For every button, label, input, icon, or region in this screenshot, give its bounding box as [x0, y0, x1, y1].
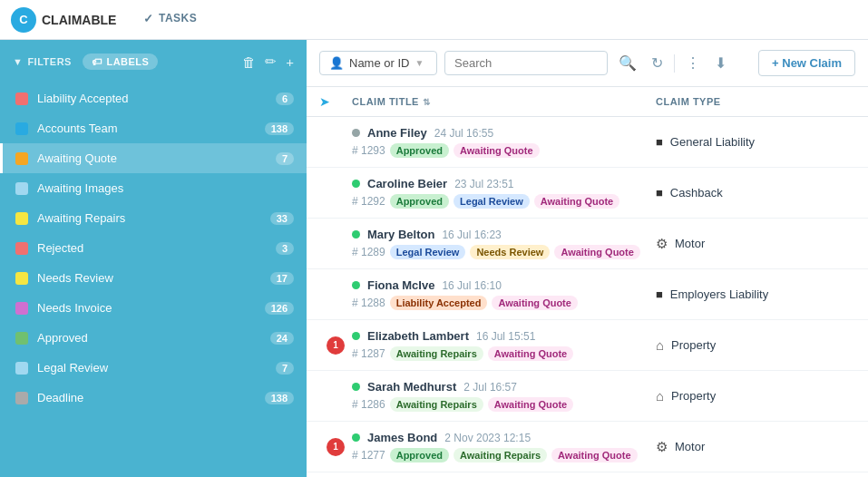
- tag-awaiting-repairs: Awaiting Repairs: [390, 346, 483, 361]
- claim-tags: # 1292 ApprovedLegal ReviewAwaiting Quot…: [352, 194, 656, 209]
- sidebar-item-accounts-team[interactable]: Accounts Team 138: [0, 113, 307, 143]
- claim-tags: # 1287 Awaiting RepairsAwaiting Quote: [352, 346, 656, 361]
- label-name-approved: Approved: [37, 331, 261, 345]
- claim-type: ⚙ Motor: [656, 439, 855, 455]
- label-dot-awaiting-quote: [15, 152, 28, 165]
- claim-id: # 1289: [352, 246, 385, 258]
- toolbar: 👤 Name or ID ▼ 🔍 ↻ ⋮ ⬇ + New Claim: [307, 40, 868, 87]
- download-icon[interactable]: ⬇: [711, 51, 730, 75]
- tag-awaiting-quote: Awaiting Quote: [492, 296, 577, 310]
- table-row[interactable]: Sarah Medhurst 2 Jul 16:57 # 1286 Awaiti…: [307, 371, 868, 422]
- add-label-button[interactable]: +: [286, 54, 294, 70]
- claim-type-column-header[interactable]: CLAIM TYPE: [656, 96, 855, 107]
- edit-label-button[interactable]: ✏: [265, 54, 277, 70]
- delete-label-button[interactable]: 🗑: [242, 54, 256, 70]
- label-name-liability-accepted: Liability Accepted: [37, 92, 267, 105]
- type-icon: ⚙: [656, 236, 668, 252]
- label-dot-awaiting-images: [15, 182, 28, 195]
- sidebar-item-awaiting-repairs[interactable]: Awaiting Repairs 33: [0, 203, 307, 233]
- label-name-awaiting-repairs: Awaiting Repairs: [37, 211, 261, 225]
- labels-button[interactable]: 🏷 LABELS: [83, 54, 159, 70]
- more-options-icon[interactable]: ⋮: [682, 51, 704, 75]
- type-icon: ■: [656, 287, 663, 301]
- claim-tags: # 1293 ApprovedAwaiting Quote: [352, 143, 656, 158]
- labels-list: Liability Accepted 6 Accounts Team 138 A…: [0, 83, 307, 477]
- claim-pin: 1: [319, 438, 352, 456]
- claim-id: # 1277: [352, 449, 385, 462]
- sidebar-header: ▼ FILTERS 🏷 LABELS 🗑 ✏ +: [0, 40, 307, 83]
- claim-id: # 1286: [352, 398, 385, 411]
- claim-id: # 1293: [352, 144, 385, 157]
- type-icon: ⌂: [656, 337, 664, 353]
- claim-info: Fiona McIve 16 Jul 16:10 # 1288 Liabilit…: [352, 278, 656, 310]
- claim-info: Elizabeth Lambert 16 Jul 15:51 # 1287 Aw…: [352, 329, 656, 361]
- label-name-needs-invoice: Needs Invoice: [37, 301, 256, 315]
- sidebar-item-awaiting-quote[interactable]: Awaiting Quote 7: [0, 143, 307, 173]
- claim-name: Anne Filey: [367, 126, 427, 140]
- sidebar-item-rejected[interactable]: Rejected 3: [0, 233, 307, 263]
- filters-button[interactable]: ▼ FILTERS: [13, 56, 72, 67]
- status-dot: [352, 433, 360, 442]
- search-input[interactable]: [444, 51, 608, 75]
- sidebar-item-legal-review[interactable]: Legal Review 7: [0, 353, 307, 383]
- label-count-awaiting-quote: 7: [276, 152, 294, 165]
- table-row[interactable]: Caroline Beier 23 Jul 23:51 # 1292 Appro…: [307, 168, 868, 219]
- refresh-icon[interactable]: ↻: [648, 51, 667, 75]
- tag-awaiting-quote: Awaiting Quote: [454, 143, 539, 158]
- label-count-accounts-team: 138: [265, 122, 294, 135]
- tag-approved: Approved: [390, 448, 449, 462]
- claim-type: ⚙ Motor: [656, 236, 855, 252]
- claim-title-row: Caroline Beier 23 Jul 23:51: [352, 177, 656, 190]
- search-dropdown-label: Name or ID: [349, 56, 409, 70]
- sidebar-item-liability-accepted[interactable]: Liability Accepted 6: [0, 83, 307, 113]
- claim-type: ■ Employers Liability: [656, 287, 855, 301]
- brand-name: CLAIMABLE: [42, 13, 116, 27]
- label-name-rejected: Rejected: [37, 241, 267, 255]
- table-header: ➤ CLAIM TITLE ⇅ CLAIM TYPE: [307, 87, 868, 117]
- search-icon[interactable]: 🔍: [615, 51, 640, 75]
- claim-info: Anne Filey 24 Jul 16:55 # 1293 ApprovedA…: [352, 126, 656, 158]
- tag-awaiting-quote: Awaiting Quote: [488, 346, 573, 361]
- table-row[interactable]: 1 James Bond 2 Nov 2023 12:15 # 1277 App…: [307, 422, 868, 472]
- label-name-awaiting-quote: Awaiting Quote: [37, 151, 267, 165]
- label-count-deadline: 138: [265, 392, 294, 404]
- sidebar-item-needs-review[interactable]: Needs Review 17: [0, 263, 307, 293]
- sidebar-item-needs-invoice[interactable]: Needs Invoice 126: [0, 293, 307, 323]
- claim-date: 23 Jul 23:51: [454, 178, 513, 190]
- claim-type-label: CLAIM TYPE: [656, 96, 721, 107]
- label-count-legal-review: 7: [276, 362, 294, 375]
- table-row[interactable]: Mary Belton 16 Jul 16:23 # 1289 Legal Re…: [307, 219, 868, 269]
- claim-pin: 1: [319, 336, 352, 355]
- claim-id: # 1288: [352, 297, 385, 309]
- top-nav: C CLAIMABLE ⚡CLAIMS✉MESSAGES✓TASKS▦CONTA…: [0, 0, 868, 40]
- label-count-liability-accepted: 6: [276, 92, 294, 105]
- claim-name: Fiona McIve: [367, 278, 434, 292]
- label-dot-accounts-team: [15, 122, 28, 135]
- table-row[interactable]: Anne Filey 24 Jul 16:55 # 1293 ApprovedA…: [307, 117, 868, 168]
- claim-title-row: Sarah Medhurst 2 Jul 16:57: [352, 380, 656, 394]
- pin-badge: 1: [327, 438, 345, 456]
- nav-item-tasks[interactable]: ✓TASKS: [131, 0, 241, 40]
- sidebar-item-deadline[interactable]: Deadline 138: [0, 383, 307, 413]
- tag-approved: Approved: [390, 143, 449, 158]
- status-dot: [352, 230, 360, 238]
- label-name-accounts-team: Accounts Team: [37, 122, 256, 135]
- tag-awaiting-quote: Awaiting Quote: [554, 245, 639, 259]
- table-row[interactable]: Fiona McIve 16 Jul 16:10 # 1288 Liabilit…: [307, 269, 868, 320]
- claim-name: Elizabeth Lambert: [367, 329, 469, 343]
- tag-awaiting-quote: Awaiting Quote: [488, 397, 573, 412]
- claim-tags: # 1289 Legal ReviewNeeds ReviewAwaiting …: [352, 245, 656, 259]
- claim-title-column-header[interactable]: CLAIM TITLE ⇅: [352, 96, 656, 107]
- brand: C CLAIMABLE: [11, 7, 116, 33]
- sidebar-item-awaiting-images[interactable]: Awaiting Images: [0, 173, 307, 203]
- toolbar-divider: [674, 54, 675, 73]
- new-claim-button[interactable]: + New Claim: [758, 50, 855, 76]
- status-dot: [352, 180, 360, 188]
- type-label: Property: [671, 338, 716, 352]
- main-content: 👤 Name or ID ▼ 🔍 ↻ ⋮ ⬇ + New Claim ➤ CLA…: [307, 40, 868, 477]
- table-row[interactable]: 1 Elizabeth Lambert 16 Jul 15:51 # 1287 …: [307, 320, 868, 371]
- claim-date: 16 Jul 15:51: [476, 330, 535, 343]
- sidebar-item-approved[interactable]: Approved 24: [0, 323, 307, 353]
- search-field-dropdown[interactable]: 👤 Name or ID ▼: [319, 51, 437, 75]
- type-icon: ■: [656, 186, 663, 200]
